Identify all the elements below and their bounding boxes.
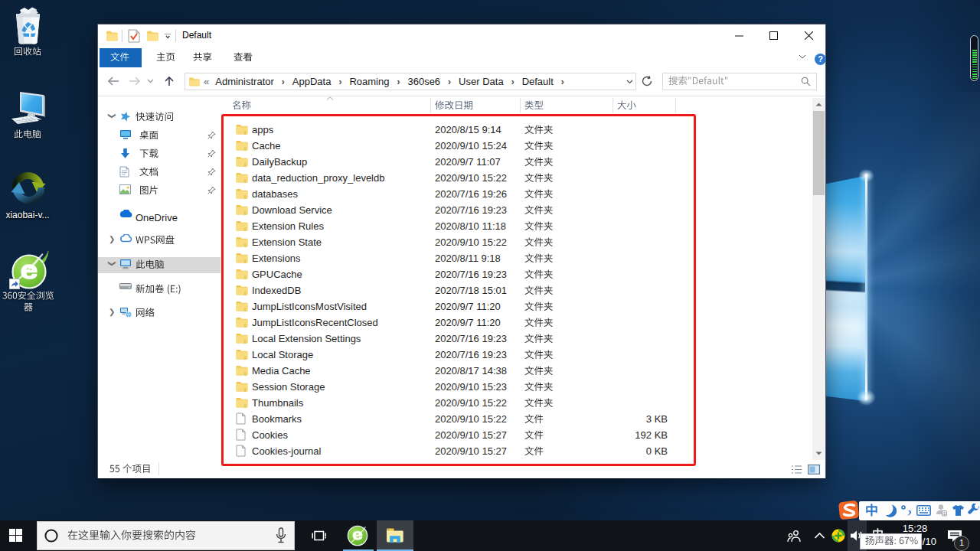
svg-text:1: 1	[943, 511, 946, 516]
